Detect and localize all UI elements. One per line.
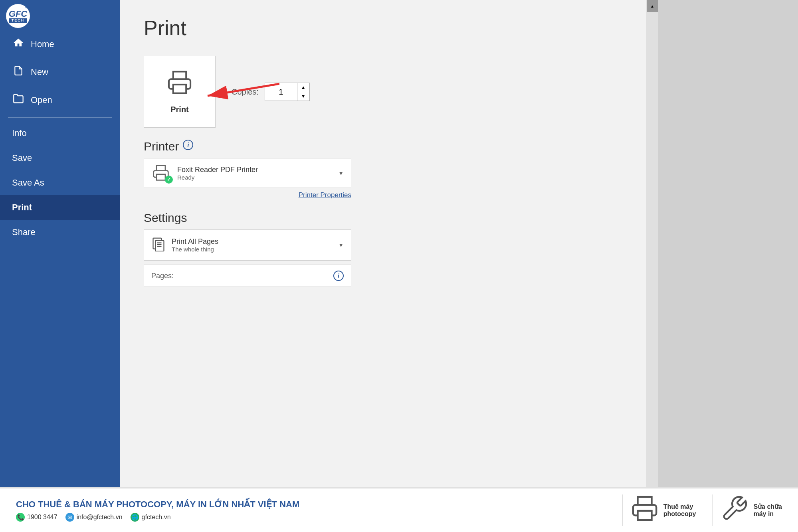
sidebar-home-label: Home [31, 39, 54, 49]
print-all-pages-dropdown[interactable]: Print All Pages The whole thing ▼ [144, 229, 351, 261]
print-button-container: Print [144, 56, 216, 128]
sidebar-new-label: New [31, 67, 48, 77]
sidebar-item-home[interactable]: Home [0, 30, 120, 58]
printer-ready-badge: ✓ [165, 176, 173, 184]
print-area: Print Print [120, 0, 646, 487]
banner-contact-row: 📞 1900 3447 ✉ info@gfctech.vn 🌐 gfctech.… [16, 513, 606, 522]
svg-rect-3 [156, 174, 165, 180]
copies-input[interactable] [265, 83, 297, 101]
printer-properties-link[interactable]: Printer Properties [299, 191, 351, 199]
sidebar-info-label: Info [12, 128, 27, 138]
copies-input-wrap: ▲ ▼ [265, 83, 310, 101]
pages-info-icon[interactable]: i [333, 271, 344, 281]
open-icon [12, 93, 25, 107]
print-all-pages-sub: The whole thing [172, 246, 332, 253]
printer-dropdown-arrow: ▼ [338, 170, 344, 176]
sidebar-share-label: Share [12, 227, 36, 237]
phone-icon: 📞 [16, 513, 25, 522]
print-button[interactable]: Print [144, 56, 216, 128]
logo-circle: GFC TECH ® [6, 4, 30, 28]
sidebar-item-share[interactable]: Share [0, 220, 120, 245]
email-icon: ✉ [65, 513, 74, 522]
service1-sub: photocopy [663, 510, 696, 518]
printer-status: Ready [177, 174, 332, 181]
printer-name: Foxit Reader PDF Printer [177, 166, 332, 174]
sidebar: GFC TECH ® Home New [0, 0, 120, 487]
copies-section: Copies: ▲ ▼ [232, 83, 310, 101]
banner-website: 🌐 gfctech.vn [131, 513, 171, 522]
printer-section-title: Printer [144, 140, 179, 153]
service-card-repair: Sửa chữa máy in [712, 494, 782, 526]
scrollbar-up-button[interactable]: ▲ [647, 0, 658, 12]
service1-title: Thuê máy [663, 503, 696, 510]
sidebar-save-as-label: Save As [12, 178, 44, 188]
printer-button-icon [166, 69, 194, 101]
printer-info: Foxit Reader PDF Printer Ready [177, 166, 332, 181]
copies-arrows: ▲ ▼ [297, 83, 309, 101]
svg-rect-5 [156, 241, 164, 251]
sidebar-open-label: Open [31, 95, 52, 105]
copies-up-button[interactable]: ▲ [297, 83, 309, 92]
website-url: gfctech.vn [142, 514, 171, 521]
banner-main-text: CHO THUÊ & BÁN MÁY PHOTOCOPY, MÁY IN LỚN… [16, 499, 606, 510]
svg-rect-0 [173, 85, 186, 93]
printer-dropdown[interactable]: ✓ Foxit Reader PDF Printer Ready ▼ [144, 158, 351, 188]
logo-registered: ® [25, 6, 28, 9]
sidebar-item-print[interactable]: Print [0, 195, 120, 220]
sidebar-nav: Home New Open Info [0, 30, 120, 487]
sidebar-item-info[interactable]: Info [0, 121, 120, 146]
pages-icon [151, 235, 166, 255]
pages-label: Pages: [151, 272, 174, 280]
settings-section-title: Settings [144, 211, 622, 225]
print-button-label: Print [170, 105, 189, 114]
sidebar-item-save[interactable]: Save [0, 146, 120, 170]
scrollbar: ▲ [646, 0, 658, 487]
banner-phone: 📞 1900 3447 [16, 513, 57, 522]
service2-title: Sửa chữa [753, 503, 782, 510]
sidebar-item-save-as[interactable]: Save As [0, 170, 120, 195]
sidebar-item-new[interactable]: New [0, 58, 120, 86]
service-photocopy-text: Thuê máy photocopy [663, 503, 696, 518]
copies-down-button[interactable]: ▼ [297, 92, 309, 101]
sidebar-divider [8, 117, 112, 118]
logo: GFC TECH ® [0, 0, 120, 30]
print-all-pages-label: Print All Pages [172, 237, 332, 246]
sidebar-print-label: Print [12, 202, 32, 212]
settings-info: Print All Pages The whole thing [172, 237, 332, 253]
phone-number: 1900 3447 [27, 514, 57, 521]
svg-rect-9 [638, 511, 651, 520]
sidebar-save-label: Save [12, 153, 32, 163]
service-repair-text: Sửa chữa máy in [753, 503, 782, 518]
printer-section: Printer i ✓ Foxit Reader PDF Printer [144, 140, 622, 199]
logo-gfc-text: GFC [9, 10, 27, 18]
copies-label: Copies: [232, 87, 259, 97]
pages-section: Pages: i [144, 265, 351, 287]
service2-sub: máy in [753, 510, 782, 518]
preview-area [658, 0, 798, 487]
print-title: Print [144, 16, 622, 40]
sidebar-item-open[interactable]: Open [0, 86, 120, 114]
photocopy-icon [631, 494, 659, 526]
home-icon [12, 37, 25, 51]
new-icon [12, 65, 25, 79]
print-button-row: Print Copies: [144, 56, 622, 128]
email-address: info@gfctech.vn [77, 514, 123, 521]
web-icon: 🌐 [131, 513, 139, 522]
banner-email: ✉ info@gfctech.vn [65, 513, 123, 522]
bottom-banner: CHO THUÊ & BÁN MÁY PHOTOCOPY, MÁY IN LỚN… [0, 487, 798, 532]
logo-tech-text: TECH [9, 18, 27, 23]
settings-dropdown-arrow: ▼ [338, 242, 344, 248]
printer-info-icon[interactable]: i [183, 140, 193, 150]
printer-icon-wrap: ✓ [151, 164, 171, 182]
printer-section-header: Printer i [144, 140, 622, 158]
service-card-photocopy: Thuê máy photocopy [622, 494, 696, 526]
settings-section: Settings Print All Pages The whole thing… [144, 211, 622, 287]
banner-main-section: CHO THUÊ & BÁN MÁY PHOTOCOPY, MÁY IN LỚN… [16, 499, 606, 522]
repair-icon [721, 494, 748, 526]
